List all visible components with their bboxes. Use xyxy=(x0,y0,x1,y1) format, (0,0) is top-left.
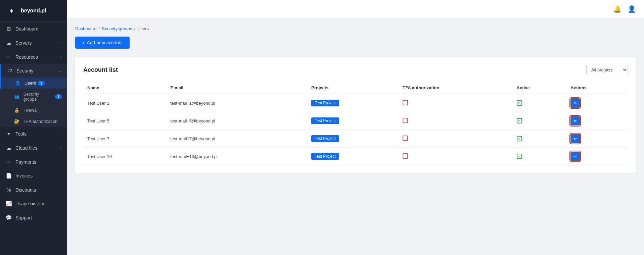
edit-button[interactable]: ✏ xyxy=(570,152,580,161)
discounts-icon: % xyxy=(5,187,12,193)
sidebar-item-security-groups[interactable]: 👥 Security groups 1 xyxy=(0,89,67,105)
sidebar-item-label: Tools xyxy=(15,131,60,137)
sidebar-item-discounts[interactable]: % Discounts xyxy=(0,183,67,197)
breadcrumb-sep-2: / xyxy=(134,26,136,31)
card-header: Account list All projects xyxy=(83,65,628,75)
cell-tfa xyxy=(399,148,513,165)
col-name: Name xyxy=(83,82,166,94)
active-checkbox[interactable]: ✓ xyxy=(517,118,522,123)
security-groups-badge: 1 xyxy=(55,94,62,99)
tools-icon: ✦ xyxy=(5,131,12,137)
edit-button[interactable]: ✏ xyxy=(570,116,580,125)
users-badge: 1 xyxy=(38,81,45,86)
sidebar-item-label: Resources xyxy=(15,54,60,60)
sidebar-item-payments[interactable]: ≡ Payments xyxy=(0,155,67,169)
main-content: 🔔 👤 Dashboard / Security groups / Users … xyxy=(67,0,644,255)
cell-actions: ✏ xyxy=(566,148,628,165)
cell-name: Test User 10 xyxy=(83,148,166,165)
project-filter-select[interactable]: All projects xyxy=(586,65,628,75)
plus-icon: + xyxy=(82,40,85,45)
col-active: Active xyxy=(513,82,567,94)
sidebar-item-resources[interactable]: ≡ Resources › xyxy=(0,50,67,64)
sidebar-item-tfa[interactable]: 🔐 TFA authorization xyxy=(0,116,67,127)
svg-text:✦: ✦ xyxy=(9,7,14,15)
edit-button[interactable]: ✏ xyxy=(570,134,580,143)
breadcrumb-dashboard[interactable]: Dashboard xyxy=(75,26,97,31)
tfa-checkbox[interactable] xyxy=(403,100,408,105)
resources-icon: ≡ xyxy=(5,54,12,60)
tfa-icon: 🔐 xyxy=(14,119,21,124)
cell-tfa xyxy=(399,112,513,130)
sidebar-item-support[interactable]: 💬 Support xyxy=(0,211,67,225)
servers-icon: ☁ xyxy=(5,40,12,46)
sidebar-item-users[interactable]: 👤 Users 1 xyxy=(0,78,67,89)
user-avatar-icon[interactable]: 👤 xyxy=(628,5,636,13)
cell-active: ✓ xyxy=(513,130,567,148)
project-badge: Test Project xyxy=(311,153,339,160)
cell-projects: Test Project xyxy=(307,130,399,148)
active-checkbox[interactable]: ✓ xyxy=(517,100,522,106)
sidebar-item-servers[interactable]: ☁ Servers › xyxy=(0,36,67,50)
cell-actions: ✏ xyxy=(566,94,628,112)
cell-name: Test User 5 xyxy=(83,112,166,130)
cell-active: ✓ xyxy=(513,148,567,165)
breadcrumb-security-groups[interactable]: Security groups xyxy=(102,26,132,31)
sidebar-item-label: Discounts xyxy=(15,187,62,193)
breadcrumb-sep-1: / xyxy=(99,26,100,31)
content-area: Dashboard / Security groups / Users + Ad… xyxy=(67,18,644,255)
breadcrumb-current: Users xyxy=(137,26,149,31)
active-checkbox[interactable]: ✓ xyxy=(517,136,522,141)
chevron-right-icon: › xyxy=(60,132,62,136)
active-checkbox[interactable]: ✓ xyxy=(517,154,522,159)
table-body: Test User 1 test-mail+1@beyond.pl Test P… xyxy=(83,94,628,165)
chevron-right-icon: › xyxy=(60,41,62,45)
sidebar-nav: ⊞ Dashboard ☁ Servers › ≡ Resources › 🛡 … xyxy=(0,22,67,255)
edit-button[interactable]: ✏ xyxy=(570,98,580,108)
users-icon: 👤 xyxy=(15,81,22,86)
sidebar-item-label: Usage history xyxy=(15,201,62,206)
sidebar-item-tools[interactable]: ✦ Tools › xyxy=(0,127,67,141)
sidebar-item-label: Servers xyxy=(15,40,60,46)
col-actions: Actions xyxy=(566,82,628,94)
chevron-down-icon: ⌄ xyxy=(59,68,62,73)
cell-actions: ✏ xyxy=(566,112,628,130)
sidebar-item-dashboard[interactable]: ⊞ Dashboard xyxy=(0,22,67,36)
tfa-checkbox[interactable] xyxy=(403,118,408,123)
tfa-checkbox[interactable] xyxy=(403,153,408,159)
account-list-title: Account list xyxy=(83,66,118,73)
security-section: 🛡 Security ⌄ 👤 Users 1 👥 Security groups… xyxy=(0,64,67,127)
account-table: Name E-mail Projects TFA authorization A… xyxy=(83,82,628,165)
table-header: Name E-mail Projects TFA authorization A… xyxy=(83,82,628,94)
project-badge: Test Project xyxy=(311,135,339,142)
table-row: Test User 1 test-mail+1@beyond.pl Test P… xyxy=(83,94,628,112)
sidebar-item-usage-history[interactable]: 📈 Usage history xyxy=(0,197,67,211)
sidebar-subitem-label: TFA authorization xyxy=(24,119,57,124)
dashboard-icon: ⊞ xyxy=(5,26,12,32)
sidebar-item-firewall[interactable]: 🔒 Firewall xyxy=(0,105,67,116)
sidebar-item-invoices[interactable]: 📄 Invoices xyxy=(0,169,67,183)
invoices-icon: 📄 xyxy=(5,173,12,179)
sidebar-item-cloud-files[interactable]: ☁ Cloud files › xyxy=(0,141,67,155)
tfa-checkbox[interactable] xyxy=(403,136,408,141)
table-row: Test User 7 test-mail+7@beyond.pl Test P… xyxy=(83,130,628,148)
cell-active: ✓ xyxy=(513,94,567,112)
cell-email: test-mail+1@beyond.pl xyxy=(166,94,307,112)
sidebar-item-security[interactable]: 🛡 Security ⌄ xyxy=(0,64,67,78)
sidebar-item-label: Support xyxy=(15,215,62,220)
usage-history-icon: 📈 xyxy=(5,201,12,207)
col-projects: Projects xyxy=(307,82,399,94)
sidebar-item-label: Dashboard xyxy=(15,26,62,32)
cloud-files-icon: ☁ xyxy=(5,145,12,151)
sidebar-item-label: Payments xyxy=(15,159,62,165)
chevron-right-icon: › xyxy=(60,146,62,150)
cell-tfa xyxy=(399,130,513,148)
firewall-icon: 🔒 xyxy=(14,108,21,113)
notification-bell-icon[interactable]: 🔔 xyxy=(613,5,622,13)
account-list-card: Account list All projects Name E-mail Pr… xyxy=(75,57,636,173)
cell-active: ✓ xyxy=(513,112,567,130)
breadcrumb: Dashboard / Security groups / Users xyxy=(75,26,636,31)
topbar: 🔔 👤 xyxy=(67,0,644,18)
add-new-account-button[interactable]: + Add new account xyxy=(75,37,130,49)
security-groups-icon: 👥 xyxy=(14,94,21,99)
col-tfa: TFA authorization xyxy=(399,82,513,94)
